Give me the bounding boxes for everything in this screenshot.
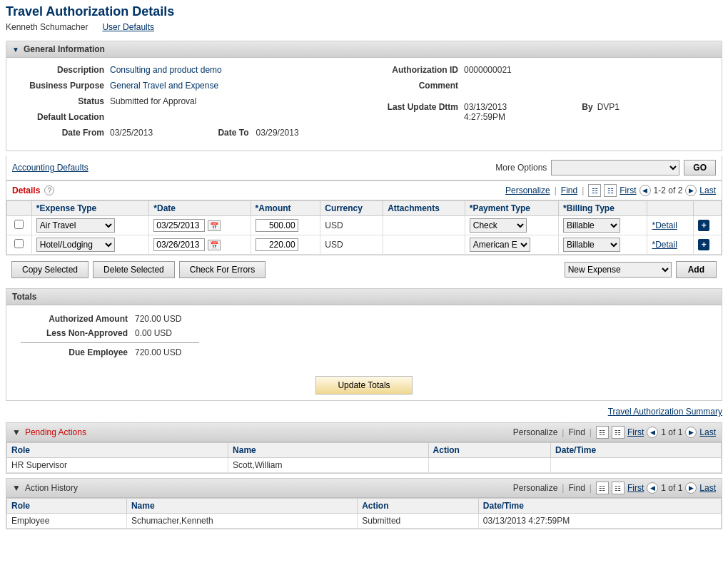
payment-type-select[interactable]: American E bbox=[470, 238, 530, 252]
more-options-area: More Options GO bbox=[495, 160, 716, 175]
action-history-header: ▼ Action History Personalize | Find | ☷ … bbox=[6, 479, 722, 498]
ah-action: Submitted bbox=[358, 514, 479, 529]
add-button[interactable]: Add bbox=[676, 261, 717, 278]
user-defaults-link[interactable]: User Defaults bbox=[102, 22, 154, 32]
amount-input[interactable] bbox=[256, 238, 298, 251]
general-info-arrow[interactable]: ▼ bbox=[12, 46, 19, 54]
ah-view-icon[interactable]: ☷ bbox=[596, 482, 609, 494]
pending-col-role: Role bbox=[7, 443, 228, 458]
details-nav-controls: First ◀ 1-2 of 2 ▶ Last bbox=[620, 185, 716, 196]
ah-table-row: Employee Schumacher,Kenneth Submitted 03… bbox=[7, 514, 722, 529]
date-input[interactable] bbox=[153, 238, 205, 251]
pending-first-label[interactable]: First bbox=[627, 427, 644, 437]
details-prev-btn[interactable]: ◀ bbox=[639, 185, 651, 196]
action-buttons-row: Copy Selected Delete Selected Check For … bbox=[6, 255, 722, 284]
ah-nav-controls: First ◀ 1 of 1 ▶ Last bbox=[627, 482, 716, 494]
due-employee-row: Due Employee 720.00 USD bbox=[21, 347, 707, 357]
ah-first-label[interactable]: First bbox=[627, 483, 644, 493]
update-totals-area: Update Totals bbox=[6, 370, 722, 400]
description-row: Description Consulting and product demo bbox=[17, 65, 357, 75]
ah-grid-icon[interactable]: ☷ bbox=[612, 482, 625, 494]
last-update-label: Last Update Dttm bbox=[371, 102, 464, 112]
last-update-by-value: DVP1 bbox=[597, 102, 711, 112]
pending-table-row: HR Supervisor Scott,William bbox=[7, 458, 722, 473]
details-next-btn[interactable]: ▶ bbox=[685, 185, 697, 196]
pending-personalize-link[interactable]: Personalize bbox=[513, 427, 558, 437]
check-for-errors-button[interactable]: Check For Errors bbox=[179, 261, 266, 278]
expense-type-select[interactable]: Air Travel bbox=[36, 218, 115, 233]
auth-id-label: Authorization ID bbox=[371, 65, 464, 75]
billing-type-select[interactable]: Billable bbox=[563, 238, 620, 252]
payment-type-select[interactable]: Check bbox=[470, 218, 527, 233]
pending-last-label[interactable]: Last bbox=[699, 427, 716, 437]
action-left-buttons: Copy Selected Delete Selected Check For … bbox=[11, 261, 266, 278]
calendar-icon[interactable]: 📅 bbox=[208, 240, 221, 250]
pending-prev-btn[interactable]: ◀ bbox=[647, 427, 658, 438]
pending-view-icon[interactable]: ☷ bbox=[596, 426, 609, 439]
billing-type-select[interactable]: Billable bbox=[563, 218, 620, 233]
row-add-icon[interactable]: + bbox=[698, 220, 709, 231]
ah-prev-btn[interactable]: ◀ bbox=[647, 482, 658, 494]
details-section: Details ? Personalize | Find | ☷ ☷ First… bbox=[6, 180, 722, 255]
details-table-row: Hotel/Lodging 📅 USD American E Billable … bbox=[7, 235, 722, 255]
pending-find-link[interactable]: Find bbox=[568, 427, 585, 437]
row-select-checkbox[interactable] bbox=[14, 220, 24, 229]
ah-find-link[interactable]: Find bbox=[568, 483, 585, 493]
general-info-header: ▼ General Information bbox=[6, 41, 722, 58]
status-row: Status Submitted for Approval bbox=[17, 96, 357, 106]
ah-header-right: Personalize | Find | ☷ ☷ First ◀ 1 of 1 … bbox=[513, 482, 716, 494]
update-totals-button[interactable]: Update Totals bbox=[315, 376, 412, 395]
detail-link[interactable]: *Detail bbox=[652, 220, 677, 230]
details-first-label[interactable]: First bbox=[620, 185, 636, 195]
pending-grid-icon[interactable]: ☷ bbox=[612, 426, 625, 439]
pending-table: Role Name Action Date/Time HR Supervisor… bbox=[6, 442, 722, 473]
detail-link[interactable]: *Detail bbox=[652, 240, 677, 250]
details-find-link[interactable]: Find bbox=[561, 185, 577, 195]
pending-col-datetime: Date/Time bbox=[551, 443, 722, 458]
details-view-icon[interactable]: ☷ bbox=[588, 184, 601, 197]
row-select-checkbox[interactable] bbox=[14, 239, 24, 248]
auth-id-row: Authorization ID 0000000021 bbox=[371, 65, 711, 75]
attachments-cell bbox=[383, 235, 465, 255]
details-grid-icon[interactable]: ☷ bbox=[604, 184, 617, 197]
ah-arrow[interactable]: ▼ bbox=[12, 483, 21, 493]
row-add-icon[interactable]: + bbox=[698, 239, 709, 250]
ah-personalize-link[interactable]: Personalize bbox=[513, 483, 558, 493]
pending-next-btn[interactable]: ▶ bbox=[685, 427, 697, 438]
details-help-icon[interactable]: ? bbox=[44, 185, 54, 195]
more-options-select[interactable] bbox=[551, 160, 679, 175]
summary-link[interactable]: Travel Authorization Summary bbox=[608, 407, 722, 417]
calendar-icon[interactable]: 📅 bbox=[208, 220, 221, 231]
delete-selected-button[interactable]: Delete Selected bbox=[93, 261, 175, 278]
details-last-label[interactable]: Last bbox=[699, 185, 716, 195]
ah-col-action: Action bbox=[358, 499, 479, 514]
copy-selected-button[interactable]: Copy Selected bbox=[11, 261, 89, 278]
pending-header-right: Personalize | Find | ☷ ☷ First ◀ 1 of 1 … bbox=[513, 426, 716, 439]
col-payment-type: *Payment Type bbox=[465, 201, 558, 216]
col-amount: *Amount bbox=[251, 201, 320, 216]
accounting-defaults-link[interactable]: Accounting Defaults bbox=[12, 163, 89, 173]
ah-title: Action History bbox=[25, 483, 78, 493]
pending-col-action: Action bbox=[428, 443, 550, 458]
last-update-date: 03/13/2013 4:27:59PM bbox=[464, 102, 577, 122]
ah-last-label[interactable]: Last bbox=[699, 483, 716, 493]
go-button[interactable]: GO bbox=[684, 160, 716, 175]
details-pagination: 1-2 of 2 bbox=[654, 185, 683, 195]
ah-next-btn[interactable]: ▶ bbox=[685, 482, 697, 494]
new-expense-select[interactable]: New Expense bbox=[565, 262, 672, 278]
pending-header: ▼ Pending Actions Personalize | Find | ☷… bbox=[6, 423, 722, 442]
date-from-label: Date From bbox=[17, 128, 110, 138]
expense-type-select[interactable]: Hotel/Lodging bbox=[36, 238, 115, 252]
amount-input[interactable] bbox=[256, 219, 298, 232]
due-employee-value: 720.00 USD bbox=[135, 347, 181, 357]
date-input[interactable] bbox=[153, 219, 205, 232]
pending-arrow[interactable]: ▼ bbox=[12, 427, 21, 437]
col-date: *Date bbox=[149, 201, 251, 216]
details-personalize-link[interactable]: Personalize bbox=[505, 185, 550, 195]
less-non-approved-row: Less Non-Approved 0.00 USD bbox=[21, 328, 707, 338]
col-currency: Currency bbox=[320, 201, 383, 216]
comment-row: Comment bbox=[371, 81, 711, 91]
business-purpose-row: Business Purpose General Travel and Expe… bbox=[17, 81, 357, 91]
date-to-label: Date To bbox=[218, 128, 248, 138]
authorized-amount-value: 720.00 USD bbox=[135, 314, 181, 324]
